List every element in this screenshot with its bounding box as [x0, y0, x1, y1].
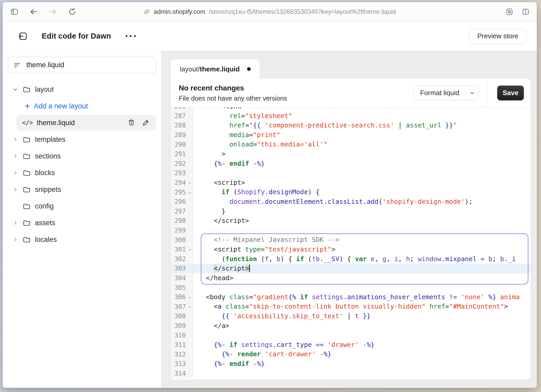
- code-line-text[interactable]: [193, 168, 531, 178]
- line-number[interactable]: 300: [171, 235, 193, 245]
- code-line-text[interactable]: document.documentElement.classList.add('…: [193, 197, 531, 207]
- code-line-text[interactable]: }: [193, 207, 531, 216]
- line-number[interactable]: 311: [171, 340, 193, 350]
- code-line-text[interactable]: {%- endif -%}: [193, 359, 531, 369]
- fold-chevron-icon[interactable]: [187, 248, 192, 252]
- line-number[interactable]: 307: [171, 302, 193, 311]
- line-number[interactable]: 306: [171, 292, 193, 302]
- line-number[interactable]: 305: [171, 283, 193, 292]
- code-line-290[interactable]: 290 onload="this.media='all'": [171, 140, 531, 149]
- line-number[interactable]: 293: [171, 168, 193, 178]
- chevron-right-icon[interactable]: [13, 153, 18, 159]
- line-number[interactable]: 291: [171, 149, 193, 159]
- code-line-301[interactable]: 301 <script type="text/javascript">: [171, 245, 531, 254]
- code-line-text[interactable]: <a class="skip-to-content-link button vi…: [193, 302, 531, 311]
- code-line-text[interactable]: {%- endif -%}: [193, 159, 531, 169]
- fold-chevron-icon[interactable]: [187, 190, 192, 195]
- more-menu-icon[interactable]: [123, 33, 138, 40]
- exit-editor-icon[interactable]: [17, 30, 29, 42]
- code-line-309[interactable]: 309 </a>: [171, 321, 531, 331]
- code-line-text[interactable]: onload="this.media='all'": [193, 140, 531, 149]
- code-line-text[interactable]: <script type="text/javascript">: [193, 245, 531, 254]
- line-number[interactable]: 295: [171, 187, 193, 197]
- line-number[interactable]: 298: [171, 216, 193, 226]
- code-line-292[interactable]: 292 {%- endif -%}: [171, 159, 531, 169]
- code-line-text[interactable]: media="print": [193, 130, 531, 140]
- code-line-291[interactable]: 291 >: [171, 149, 531, 159]
- code-editor[interactable]: 286 <link287 rel="stylesheet"288 href="{…: [171, 107, 531, 379]
- code-line-text[interactable]: {%- render 'cart-drawer' -%}: [193, 350, 531, 359]
- line-number[interactable]: 308: [171, 311, 193, 321]
- fold-chevron-icon[interactable]: [187, 295, 192, 300]
- format-liquid-button[interactable]: Format liquid: [414, 85, 479, 100]
- code-line-303[interactable]: 303 </script>: [171, 264, 531, 273]
- sidebar-item-assets[interactable]: assets: [3, 215, 161, 231]
- line-number[interactable]: 299: [171, 226, 193, 235]
- code-line-305[interactable]: 305: [171, 283, 531, 292]
- code-line-299[interactable]: 299: [171, 226, 531, 235]
- code-line-text[interactable]: [193, 369, 531, 378]
- sidebar-item-locales[interactable]: locales: [3, 231, 161, 248]
- code-line-text[interactable]: <script>: [193, 178, 531, 188]
- code-line-311[interactable]: 311 {%- if settings.cart_type == 'drawer…: [171, 340, 531, 350]
- code-line-306[interactable]: 306 <body class="gradient{% if settings.…: [171, 292, 531, 302]
- code-line-314[interactable]: 314: [171, 369, 531, 378]
- code-line-text[interactable]: (function (f, b) { if (!b.__SV) { var e,…: [193, 254, 531, 264]
- code-line-293[interactable]: 293: [171, 168, 531, 178]
- preview-store-button[interactable]: Preview store: [469, 29, 527, 44]
- code-line-297[interactable]: 297 }: [171, 207, 531, 216]
- code-line-307[interactable]: 307 <a class="skip-to-content-link butto…: [171, 302, 531, 311]
- code-line-text[interactable]: rel="stylesheet": [193, 111, 531, 121]
- sidebar-item-sections[interactable]: sections: [3, 148, 161, 164]
- chevron-right-icon[interactable]: [13, 220, 18, 226]
- code-line-312[interactable]: 312 {%- render 'cart-drawer' -%}: [171, 350, 531, 359]
- line-number[interactable]: 304: [171, 273, 193, 283]
- line-number[interactable]: 302: [171, 254, 193, 264]
- code-line-302[interactable]: 302 (function (f, b) { if (!b.__SV) { va…: [171, 254, 531, 264]
- line-number[interactable]: 301: [171, 245, 193, 254]
- fold-chevron-icon[interactable]: [187, 305, 192, 309]
- code-line-text[interactable]: <link: [193, 107, 531, 111]
- code-line-text[interactable]: </script>: [193, 216, 531, 226]
- code-line-313[interactable]: 313 {%- endif -%}: [171, 359, 531, 369]
- sidebar-item-blocks[interactable]: blocks: [3, 164, 161, 181]
- code-line-text[interactable]: </a>: [193, 321, 531, 331]
- line-number[interactable]: 312: [171, 350, 193, 359]
- line-number[interactable]: 313: [171, 359, 193, 369]
- code-line-text[interactable]: [193, 330, 531, 340]
- code-line-300[interactable]: 300 <!-- Mixpanel Javascript SDK -->: [171, 235, 531, 245]
- code-line-text[interactable]: <!-- Mixpanel Javascript SDK -->: [193, 235, 531, 245]
- tab-theme-liquid[interactable]: layout/theme.liquid: [171, 59, 260, 79]
- line-number[interactable]: 289: [171, 130, 193, 140]
- code-line-288[interactable]: 288 href="{{ 'component-predictive-searc…: [171, 121, 531, 130]
- split-view-icon[interactable]: [521, 7, 530, 16]
- line-number[interactable]: 297: [171, 207, 193, 216]
- line-number[interactable]: 296: [171, 197, 193, 207]
- line-number[interactable]: 288: [171, 121, 193, 130]
- code-line-294[interactable]: 294 <script>: [171, 178, 531, 188]
- code-line-text[interactable]: <body class="gradient{% if settings.anim…: [193, 292, 531, 302]
- save-button[interactable]: Save: [497, 85, 524, 100]
- sidebar-item-templates[interactable]: templates: [3, 131, 161, 148]
- line-number[interactable]: 290: [171, 140, 193, 149]
- code-line-286[interactable]: 286 <link: [171, 107, 531, 111]
- line-number[interactable]: 303: [171, 264, 193, 273]
- code-line-text[interactable]: </script>: [193, 264, 531, 273]
- code-line-text[interactable]: [193, 283, 531, 292]
- code-line-text[interactable]: {{ 'accessibility.skip_to_text' | t }}: [193, 311, 531, 321]
- chevron-right-icon[interactable]: [13, 137, 18, 142]
- chevron-right-icon[interactable]: [13, 237, 18, 242]
- code-line-text[interactable]: [193, 226, 531, 235]
- code-line-296[interactable]: 296 document.documentElement.classList.a…: [171, 197, 531, 207]
- sidebar-toggle-icon[interactable]: [10, 7, 19, 16]
- code-line-289[interactable]: 289 media="print": [171, 130, 531, 140]
- fold-chevron-icon[interactable]: [187, 181, 192, 185]
- code-line-295[interactable]: 295 if (Shopify.designMode) {: [171, 187, 531, 197]
- code-line-310[interactable]: 310: [171, 330, 531, 340]
- page-settings-icon[interactable]: [505, 7, 514, 16]
- sidebar-item-config[interactable]: config: [3, 198, 161, 215]
- code-line-text[interactable]: </head>: [193, 273, 531, 283]
- line-number[interactable]: 292: [171, 159, 193, 169]
- chevron-right-icon[interactable]: [13, 170, 18, 176]
- line-number[interactable]: 294: [171, 178, 193, 188]
